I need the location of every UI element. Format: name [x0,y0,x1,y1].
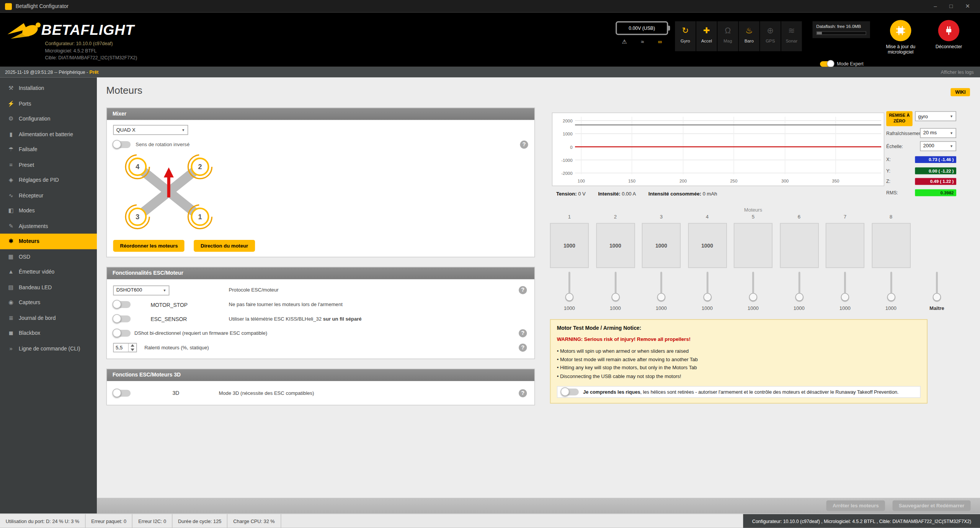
svg-text:300: 300 [781,179,789,183]
motor-column-3: 3 1000 1000 [642,214,681,313]
slider-knob[interactable] [887,293,895,301]
mixer-type-select[interactable]: QUAD X ▼ [113,125,188,135]
motor-slider [596,269,635,306]
slider-knob[interactable] [933,293,941,301]
cli-icon: » [8,345,15,351]
esc-sensor-label: ESC_SENSOR [150,316,187,322]
toggle-knob [113,329,121,337]
gps-icon: ⊕ [760,24,781,37]
slider-knob[interactable] [841,293,849,301]
motor-icon: ✱ [8,238,15,244]
gyro-rms-badge: 0.3982 [915,189,956,196]
sidebar-item-logbook[interactable]: ≣Journal de bord [0,310,97,326]
baro-icon: ♨ [739,24,760,37]
receiver-icon: ∿ [8,192,15,198]
slider-knob[interactable] [749,293,757,301]
reversed-motor-direction-toggle[interactable] [113,141,131,148]
maximize-icon[interactable]: □ [949,3,953,9]
sidebar-item-power-battery[interactable]: ▮Alimentation et batterie [0,127,97,142]
3d-mode-label: 3D [173,390,180,396]
sidebar-item-led-strip[interactable]: ▤Bandeau LED [0,280,97,295]
help-icon[interactable]: ? [520,140,528,148]
toggle-knob [113,388,121,397]
sidebar-item-receiver[interactable]: ∿Récepteur [0,188,97,203]
sidebar-item-sensors[interactable]: ◉Capteurs [0,295,97,310]
help-icon[interactable]: ? [519,329,527,337]
signal-icon: ≈ [641,39,644,45]
expert-mode-toggle[interactable] [820,61,834,67]
gear-icon: ⚙ [8,116,15,122]
main-content: Moteurs WIKI Mixer QUAD X ▼ Sens de rota… [97,77,980,513]
bidirectional-dshot-toggle[interactable] [113,330,131,337]
motor-direction-button[interactable]: Direction du moteur [194,240,255,252]
graph-source-select[interactable]: gyro ▼ [915,111,956,121]
cpu-load: Charge CPU: 32 % [228,514,281,528]
svg-text:250: 250 [730,179,737,183]
esc-sensor-toggle[interactable] [113,315,131,322]
betaflight-configurator-window: Betaflight Configurator – □ ✕ BETAFLIGHT… [0,0,980,528]
battery-indicator: 0.00V (USB) ⚠ ≈ ∞ [616,21,668,45]
sidebar-item-ports[interactable]: ⚡Ports [0,96,97,111]
status-bar: Utilisation du port: D: 24 % U: 3 % Erre… [0,513,980,528]
ready-state: Prêt [90,69,99,75]
stepper-down-icon[interactable] [129,348,136,352]
minimize-icon[interactable]: – [934,3,937,9]
sidebar-item-preset[interactable]: ≡Preset [0,157,97,173]
show-logs-link[interactable]: Afficher les logs [941,69,980,75]
3d-mode-toggle[interactable] [113,389,131,396]
mixer-panel: Mixer QUAD X ▼ Sens de rotation inversé … [106,108,535,257]
toggle-knob [113,300,121,309]
sidebar-item-motors[interactable]: ✱Moteurs [0,234,97,249]
sidebar-item-video-transmitter[interactable]: ▲Émetteur vidéo [0,264,97,280]
slider-knob[interactable] [657,293,665,301]
sidebar-item-osd[interactable]: ▦OSD [0,249,97,264]
wiki-button[interactable]: WIKI [951,88,970,96]
motor-stop-toggle[interactable] [113,301,131,308]
refresh-select[interactable]: 20 ms ▼ [920,128,956,138]
sensor-mag: Ω Mag [717,21,738,51]
3d-mode-description: Mode 3D (nécessite des ESC compatibles) [219,390,314,396]
motor-idle-input[interactable] [114,344,128,352]
svg-text:-1000: -1000 [561,158,572,163]
sidebar-item-cli[interactable]: »Ligne de commande (CLI) [0,341,97,356]
slider-knob[interactable] [565,293,573,301]
connection-status: 2025-11-19 @19:51:28 -- Périphérique - P… [0,69,98,75]
reset-graph-button[interactable]: REMISE À ZÉRO [886,111,913,126]
esc-features-panel: Fonctionnalités ESC/Moteur DSHOT600 ▼ Pr… [106,267,535,359]
toggle-knob [113,140,121,149]
i2c-error: Erreur I2C: 0 [133,514,173,528]
acknowledge-risk-toggle[interactable] [561,388,579,395]
stop-motors-button[interactable]: Arrêter les moteurs [826,500,885,511]
save-reboot-button[interactable]: Sauvegarder et Redémarrer [893,500,971,511]
scale-select[interactable]: 2000 ▼ [920,141,956,151]
sidebar-item-blackbox[interactable]: ◼Blackbox [0,326,97,341]
sidebar-item-configuration[interactable]: ⚙Configuration [0,111,97,127]
motor-idle-stepper[interactable] [113,343,137,352]
help-icon[interactable]: ? [519,344,527,352]
motor-stop-label: MOTOR_STOP [150,301,188,308]
sidebar-item-adjustments[interactable]: ✎Ajustements [0,218,97,234]
close-icon[interactable]: ✕ [965,3,970,9]
esc-protocol-select[interactable]: DSHOT600 ▼ [113,285,170,295]
slider-knob[interactable] [611,293,619,301]
motor-slider [734,269,773,306]
sidebar-item-failsafe[interactable]: ☂Failsafe [0,142,97,157]
sidebar-item-installation[interactable]: ⚒Installation [0,81,97,96]
version-info: Configurateur: 10.10.0 (c97deaf) Microlo… [45,40,137,62]
betaflight-logo: BETAFLIGHT [5,18,134,42]
sidebar-item-pid-tuning[interactable]: ◈Réglages de PID [0,173,97,188]
disconnect-button[interactable]: Déconnecter [930,20,967,49]
motor-stop-description: Ne pas faire tourner les moteurs lors de… [229,302,343,308]
sidebar-item-modes[interactable]: ◧Modes [0,203,97,218]
slider-knob[interactable] [795,293,803,301]
reorder-motors-button[interactable]: Réordonner les moteurs [113,240,185,252]
gyro-graph: 2000 1000 0 -1000 -2000 100 150 200 250 … [552,112,885,186]
help-icon[interactable]: ? [519,389,527,397]
motor-slider [550,269,589,306]
motor-column-2: 2 1000 1000 [596,214,635,313]
stepper-up-icon[interactable] [129,344,136,348]
firmware-update-button[interactable]: Mise à jour du micrologiciel [880,20,921,55]
sidebar: ⚒Installation ⚡Ports ⚙Configuration ▮Ali… [0,77,97,513]
slider-knob[interactable] [703,293,711,301]
help-icon[interactable]: ? [519,286,527,294]
